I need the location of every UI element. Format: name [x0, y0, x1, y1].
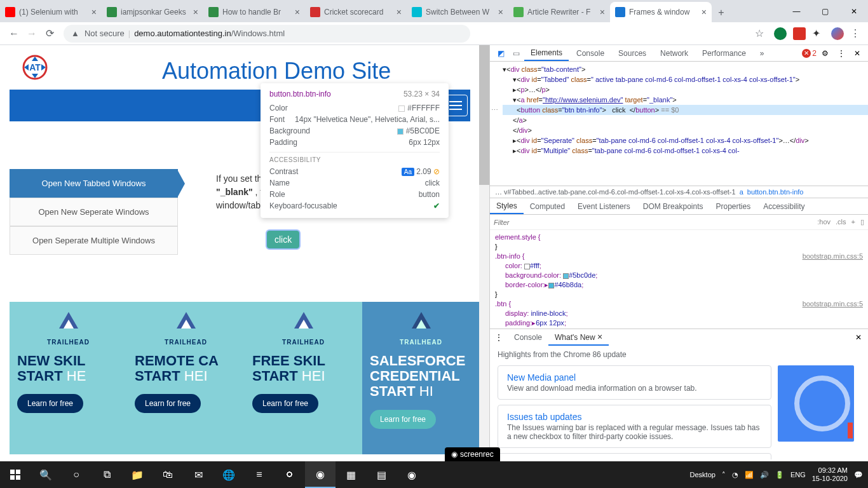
whatsnew-card[interactable]: Emulate missing local fonts [498, 453, 771, 459]
close-icon[interactable]: × [397, 7, 402, 17]
drawer-whatsnew[interactable]: What's New × [548, 329, 609, 346]
app-icon[interactable]: ▦ [336, 461, 366, 488]
reload-button[interactable]: ⟳ [41, 25, 58, 43]
wifi-icon[interactable]: 📶 [745, 471, 754, 479]
drawer-console[interactable]: Console [508, 330, 548, 344]
profile-icon[interactable] [831, 27, 844, 40]
opera-icon[interactable]: ⭘ [275, 461, 305, 488]
back-button[interactable]: ← [5, 25, 23, 43]
ext-icon[interactable] [793, 27, 806, 40]
search-icon[interactable]: 🔍 [31, 461, 61, 488]
store-icon[interactable]: 🛍 [153, 461, 183, 488]
mail-icon[interactable]: ✉ [183, 461, 214, 488]
browser-tab[interactable]: Cricket scorecard× [305, 2, 407, 22]
vscode-icon[interactable]: ≡ [244, 461, 275, 488]
close-icon[interactable]: × [498, 7, 503, 17]
cortana-icon[interactable]: ○ [61, 461, 92, 488]
close-button[interactable]: ✕ [839, 2, 868, 21]
lang-indicator[interactable]: ENG [790, 471, 806, 478]
browser-tab[interactable]: (1) Selenium with× [0, 2, 102, 22]
dom-tree[interactable]: ▾<div class="tab-content"> ▾<div id="Tab… [490, 62, 868, 186]
filter-input[interactable] [494, 219, 817, 226]
tab-new-tabbed[interactable]: Open New Tabbed Windows [10, 169, 178, 198]
browser-tab[interactable]: Switch Between W× [407, 2, 508, 22]
error-count[interactable]: ✕2 [802, 49, 817, 58]
cls-toggle[interactable]: .cls [836, 218, 846, 226]
minimize-button[interactable]: — [782, 2, 811, 21]
close-icon[interactable]: × [92, 7, 97, 17]
whatsnew-thumb [778, 365, 854, 442]
app-icon[interactable]: ▤ [366, 461, 397, 488]
new-tab-button[interactable]: + [712, 3, 731, 22]
styles-pane[interactable]: element.style { } bootstrap.min.css:5.bt… [490, 230, 868, 329]
close-icon[interactable]: × [702, 7, 707, 17]
star-icon[interactable]: ☆ [755, 27, 768, 40]
taskview-icon[interactable]: ⧉ [92, 461, 122, 488]
close-icon[interactable]: × [600, 7, 605, 17]
ad-card[interactable]: TRAILHEAD SALESFORCE CREDENTIAL START HI… [362, 302, 480, 454]
menu-icon[interactable]: ⋮ [850, 27, 863, 40]
learn-button[interactable]: Learn for free [17, 394, 83, 413]
add-rule[interactable]: + [851, 218, 855, 226]
tab-acc[interactable]: Accessibility [757, 200, 811, 214]
ext-icon[interactable] [774, 27, 787, 40]
browser-tab[interactable]: How to handle Br× [203, 2, 305, 22]
close-icon[interactable]: × [597, 332, 602, 342]
dom-breadcrumb[interactable]: … v#Tabbed..active.tab-pane.col-md-6.col… [490, 186, 868, 198]
desktop-label[interactable]: Desktop [690, 471, 715, 478]
close-icon[interactable]: × [193, 7, 198, 17]
learn-button[interactable]: Learn for free [252, 394, 318, 413]
more-icon[interactable]: ⋮ [834, 49, 849, 58]
screenrec-badge[interactable]: ◉ screenrec [445, 447, 500, 461]
notifications-icon[interactable]: 💬 [854, 471, 863, 479]
volume-icon[interactable]: 🔊 [760, 471, 769, 479]
extensions-icon[interactable]: ✦ [812, 27, 825, 40]
tab-console[interactable]: Console [570, 46, 611, 60]
ad-card[interactable]: TRAILHEAD FREE SKIL START HEI Learn for … [245, 302, 362, 454]
settings-icon[interactable]: ⚙ [818, 49, 832, 58]
tab-new-separate[interactable]: Open New Seperate Windows [10, 198, 178, 226]
learn-button[interactable]: Learn for free [135, 394, 201, 413]
ad-card[interactable]: TRAILHEAD NEW SKIL START HE Learn for fr… [10, 302, 127, 454]
tab-multiple[interactable]: Open Seperate Multiple Windows [10, 226, 178, 255]
more-tabs[interactable]: » [754, 46, 771, 60]
scrollbar[interactable] [479, 45, 489, 461]
tab-performance[interactable]: Performance [696, 46, 752, 60]
click-button[interactable]: click [267, 231, 299, 248]
tab-sources[interactable]: Sources [612, 46, 653, 60]
browser-tab[interactable]: iamjpsonkar Geeks× [102, 2, 203, 22]
start-button[interactable] [0, 461, 31, 488]
location-icon[interactable]: ◔ [732, 471, 738, 479]
panel-icon[interactable]: ▯ [860, 218, 864, 226]
browser-tab-active[interactable]: Frames & window× [610, 2, 712, 22]
chrome-icon-2[interactable]: ◉ [397, 461, 427, 488]
battery-icon[interactable]: 🔋 [775, 471, 784, 479]
inspect-icon[interactable]: ◩ [494, 49, 508, 58]
tab-styles[interactable]: Styles [490, 199, 524, 214]
maximize-button[interactable]: ▢ [811, 2, 839, 21]
whatsnew-card[interactable]: New Media panel View and download media … [498, 365, 771, 400]
device-icon[interactable]: ▭ [509, 49, 523, 58]
omnibox[interactable]: ▲ Not secure | demo.automationtesting.in… [64, 25, 470, 43]
tab-dombp[interactable]: DOM Breakpoints [637, 200, 710, 214]
whatsnew-card[interactable]: Issues tab updates The Issues warning ba… [498, 405, 771, 448]
ad-card[interactable]: TRAILHEAD REMOTE CA START HEI Learn for … [127, 302, 245, 454]
hov-toggle[interactable]: :hov [817, 218, 831, 226]
tab-network[interactable]: Network [654, 46, 695, 60]
tab-props[interactable]: Properties [709, 200, 757, 214]
drawer-close[interactable]: ✕ [849, 333, 868, 342]
clock[interactable]: 09:32 AM15-10-2020 [812, 466, 848, 483]
close-icon[interactable]: × [295, 7, 300, 17]
forward-button[interactable]: → [23, 25, 41, 43]
edge-icon[interactable]: 🌐 [214, 461, 244, 488]
close-devtools[interactable]: ✕ [850, 49, 864, 58]
tray-chevron-icon[interactable]: ˄ [722, 471, 726, 479]
browser-tab[interactable]: Article Rewriter - F× [508, 2, 610, 22]
tab-elements[interactable]: Elements [524, 46, 569, 61]
tab-listeners[interactable]: Event Listeners [571, 200, 637, 214]
chrome-icon[interactable]: ◉ [305, 461, 336, 488]
tab-computed[interactable]: Computed [524, 200, 571, 214]
learn-button[interactable]: Learn for free [370, 410, 436, 429]
drawer-menu-icon[interactable]: ⋮ [490, 333, 508, 342]
explorer-icon[interactable]: 📁 [122, 461, 153, 488]
